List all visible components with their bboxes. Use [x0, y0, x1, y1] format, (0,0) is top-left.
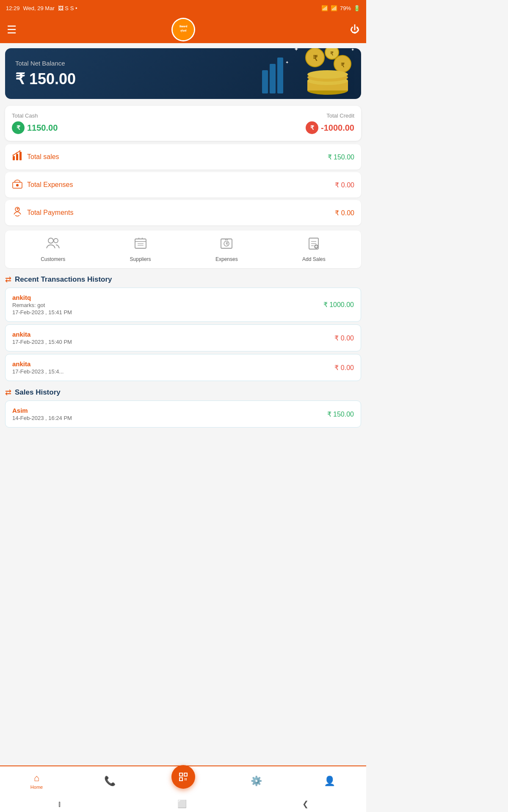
sales-item-0[interactable]: Asim 14-Feb-2023 , 16:24 PM ₹ 150.00: [5, 401, 361, 428]
svg-rect-50: [186, 778, 187, 779]
customers-icon: [46, 236, 60, 254]
svg-point-23: [13, 155, 14, 156]
payments-left: ₹ Total Payments: [12, 206, 73, 219]
txn-left-0: ankitq Remarks: got 17-Feb-2023 , 15:41 …: [12, 294, 323, 315]
status-bar: 12:29 Wed, 29 Mar 🖼 S S • 📶 📶 79% 🔋: [0, 0, 366, 16]
home-icon: ⌂: [34, 773, 39, 784]
payments-title: Total Payments: [27, 209, 73, 217]
txn-amount-0: ₹ 1000.00: [323, 301, 354, 309]
nav-settings[interactable]: ⚙️: [220, 772, 293, 790]
svg-text:₹: ₹: [226, 242, 228, 246]
svg-text:✦: ✦: [351, 48, 354, 52]
total-sales-item[interactable]: Total sales ₹ 150.00: [5, 144, 361, 170]
txn-remark-0: Remarks: got: [12, 302, 323, 308]
date: Wed, 29 Mar: [23, 5, 55, 11]
sales-history-header: ⇄ Sales History: [5, 388, 361, 397]
sales-icon: [12, 150, 23, 164]
home-label: Home: [30, 785, 43, 790]
android-nav: ⌂ Home 📞 ⚙️ 👤: [0, 765, 366, 812]
txn-name-1: ankita: [12, 331, 334, 338]
payments-value: ₹ 0.00: [335, 209, 354, 217]
main-content: Total Net Balance ₹ 150.00 ₹ ₹ ₹: [0, 48, 366, 489]
battery: 79%: [340, 5, 351, 11]
svg-rect-47: [184, 773, 187, 776]
back-button[interactable]: ❮: [302, 799, 309, 809]
balance-label: Total Net Balance: [15, 60, 76, 67]
svg-rect-5: [277, 58, 283, 93]
nav-home[interactable]: ⌂ Home: [0, 769, 73, 793]
home-button[interactable]: ⬜: [177, 799, 187, 809]
cash-label: Total Cash: [12, 112, 183, 119]
expenses-action-icon: ₹: [219, 236, 234, 254]
expenses-action[interactable]: ₹ Expenses: [215, 236, 238, 262]
txn-amount-1: ₹ 0.00: [334, 334, 354, 342]
transactions-icon: ⇄: [5, 275, 11, 284]
balance-banner: Total Net Balance ₹ 150.00 ₹ ₹ ₹: [5, 48, 361, 99]
transaction-item-0[interactable]: ankitq Remarks: got 17-Feb-2023 , 15:41 …: [5, 288, 361, 322]
cash-rupee-icon: ₹: [12, 121, 25, 134]
status-left: 12:29 Wed, 29 Mar 🖼 S S •: [6, 5, 77, 11]
svg-text:₹: ₹: [341, 62, 345, 69]
app-nav-bar: ⌂ Home 📞 ⚙️ 👤: [0, 765, 366, 796]
credit-rupee-icon: ₹: [306, 121, 318, 134]
payments-icon: ₹: [12, 206, 23, 219]
svg-text:₹: ₹: [313, 54, 318, 63]
quick-actions: Customers Suppliers ₹: [5, 230, 361, 268]
add-sales-action[interactable]: Add Sales: [302, 236, 326, 262]
sales-name-0: Asim: [12, 407, 327, 414]
svg-point-16: [307, 70, 348, 79]
hamburger-menu[interactable]: ☰: [7, 23, 17, 36]
svg-text:ट्रेडर्स: ट्रेडर्स: [180, 29, 187, 33]
app-logo: विश्वकर्मा ट्रेडर्स: [171, 18, 195, 41]
sales-title: Total sales: [27, 153, 59, 161]
nav-profile[interactable]: 👤: [293, 772, 366, 790]
balance-info: Total Net Balance ₹ 150.00: [15, 60, 76, 88]
suppliers-action[interactable]: Suppliers: [130, 236, 151, 262]
customers-label: Customers: [41, 256, 65, 262]
time: 12:29: [6, 5, 20, 11]
customers-action[interactable]: Customers: [41, 236, 65, 262]
txn-left-1: ankita 17-Feb-2023 , 15:40 PM: [12, 331, 334, 345]
settings-icon: ⚙️: [251, 776, 262, 787]
sales-history-title: Sales History: [15, 388, 61, 397]
nav-call[interactable]: 📞: [73, 772, 146, 790]
svg-text:विश्वकर्मा: विश्वकर्मा: [179, 25, 188, 28]
total-expenses-item[interactable]: Total Expenses ₹ 0.00: [5, 172, 361, 198]
svg-rect-3: [262, 70, 268, 93]
power-button[interactable]: ⏻: [350, 24, 359, 35]
svg-point-27: [16, 184, 19, 187]
expenses-action-label: Expenses: [215, 256, 238, 262]
credit-label: Total Credit: [183, 112, 355, 119]
cash-value-row: ₹ 1150.00: [12, 121, 183, 134]
credit-amount: -1000.00: [321, 123, 354, 133]
svg-point-25: [19, 151, 21, 152]
add-sales-label: Add Sales: [302, 256, 326, 262]
svg-text:₹: ₹: [330, 51, 334, 57]
credit-card: Total Credit ₹ -1000.00: [183, 112, 355, 134]
balance-amount: ₹ 150.00: [15, 70, 76, 88]
svg-point-30: [48, 238, 53, 243]
top-nav: ☰ विश्वकर्मा ट्रेडर्स ⏻: [0, 16, 366, 43]
txn-left-2: ankita 17-Feb-2023 , 15:4...: [12, 360, 334, 375]
status-right: 📶 📶 79% 🔋: [321, 5, 360, 11]
sales-value: ₹ 150.00: [328, 153, 354, 161]
wifi-icon: 📶: [321, 5, 328, 11]
suppliers-icon: [133, 236, 148, 254]
profile-icon: 👤: [324, 776, 335, 787]
phone-icon: 📞: [104, 776, 116, 787]
svg-rect-49: [185, 778, 185, 779]
recent-transactions-header: ⇄ Recent Transactions History: [5, 275, 361, 284]
svg-point-31: [54, 239, 58, 243]
txn-date-1: 17-Feb-2023 , 15:40 PM: [12, 339, 334, 345]
recent-apps-button[interactable]: ⫿: [58, 800, 62, 809]
notification-icons: 🖼 S S •: [58, 5, 77, 11]
nav-scan[interactable]: [146, 770, 220, 792]
svg-rect-51: [185, 779, 185, 780]
txn-name-0: ankitq: [12, 294, 323, 301]
transaction-item-1[interactable]: ankita 17-Feb-2023 , 15:40 PM ₹ 0.00: [5, 324, 361, 351]
total-payments-item[interactable]: ₹ Total Payments ₹ 0.00: [5, 200, 361, 225]
transactions-title: Recent Transactions History: [15, 275, 112, 284]
scan-button[interactable]: [171, 765, 195, 789]
transaction-item-2[interactable]: ankita 17-Feb-2023 , 15:4... ₹ 0.00: [5, 354, 361, 381]
txn-name-2: ankita: [12, 360, 334, 368]
